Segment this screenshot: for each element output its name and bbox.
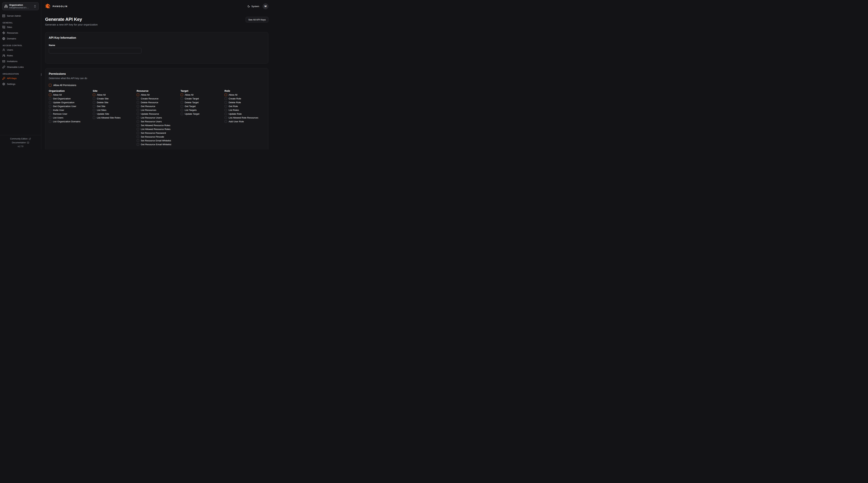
permission-row-organization-allow-all[interactable]: Allow All xyxy=(49,94,93,96)
checkbox-icon[interactable] xyxy=(49,109,51,111)
permission-row-target-allow-all[interactable]: Allow All xyxy=(181,94,224,96)
checkbox-icon[interactable] xyxy=(136,128,139,130)
permission-row-role-list-roles[interactable]: List Roles xyxy=(224,109,268,111)
checkbox-icon[interactable] xyxy=(224,97,227,100)
permission-row-resource-set-resource-users[interactable]: Set Resource Users xyxy=(136,120,181,123)
checkbox-icon[interactable] xyxy=(136,132,139,134)
permission-row-resource-update-resource[interactable]: Update Resource xyxy=(136,112,181,115)
permission-row-organization-get-organization-user[interactable]: Get Organization User xyxy=(49,105,93,107)
organization-selector[interactable]: Organization milo@fossorial.io's ... xyxy=(2,2,39,10)
permission-row-resource-delete-resource[interactable]: Delete Resource xyxy=(136,101,181,104)
sidebar-item-settings[interactable]: Settings xyxy=(2,82,39,86)
sidebar-item-domains[interactable]: Domains xyxy=(2,36,39,41)
checkbox-icon[interactable] xyxy=(136,139,139,142)
permission-row-role-create-role[interactable]: Create Role xyxy=(224,97,268,100)
checkbox-icon[interactable] xyxy=(93,109,95,111)
sidebar-item-roles[interactable]: Roles xyxy=(2,53,39,58)
sidebar-item-server-admin[interactable]: Server Admin xyxy=(2,13,39,18)
permission-row-target-create-target[interactable]: Create Target xyxy=(181,97,224,100)
allow-all-permissions-checkbox[interactable] xyxy=(49,84,52,87)
checkbox-icon[interactable] xyxy=(224,112,227,115)
theme-toggle[interactable]: System xyxy=(247,5,259,8)
checkbox-icon[interactable] xyxy=(93,101,95,104)
permission-row-site-create-site[interactable]: Create Site xyxy=(93,97,136,100)
avatar[interactable]: M xyxy=(262,3,268,9)
checkbox-icon[interactable] xyxy=(181,112,183,115)
permission-row-site-delete-site[interactable]: Delete Site xyxy=(93,101,136,104)
checkbox-icon[interactable] xyxy=(224,105,227,107)
permission-row-role-delete-role[interactable]: Delete Role xyxy=(224,101,268,104)
checkbox-icon[interactable] xyxy=(224,117,227,119)
checkbox-icon[interactable] xyxy=(224,109,227,111)
permission-row-resource-get-resource[interactable]: Get Resource xyxy=(136,105,181,107)
checkbox-icon[interactable] xyxy=(49,105,51,107)
checkbox-icon[interactable] xyxy=(224,94,227,96)
sidebar-item-resources[interactable]: Resources xyxy=(2,31,39,35)
checkbox-icon[interactable] xyxy=(181,101,183,104)
permission-row-resource-set-resource-email-whitelist[interactable]: Set Resource Email Whitelist xyxy=(136,139,181,142)
allow-all-permissions-row[interactable]: Allow All Permissions xyxy=(49,84,265,87)
sidebar-item-invitations[interactable]: Invitations xyxy=(2,59,39,64)
permission-row-target-list-targets[interactable]: List Targets xyxy=(181,109,224,111)
checkbox-icon[interactable] xyxy=(49,97,51,100)
checkbox-icon[interactable] xyxy=(181,109,183,111)
permission-row-role-get-role[interactable]: Get Role xyxy=(224,105,268,107)
permission-row-resource-allow-all[interactable]: Allow All xyxy=(136,94,181,96)
checkbox-icon[interactable] xyxy=(49,101,51,104)
checkbox-icon[interactable] xyxy=(181,105,183,107)
checkbox-icon[interactable] xyxy=(224,120,227,123)
checkbox-icon[interactable] xyxy=(93,97,95,100)
brand[interactable]: PANGOLIN xyxy=(45,3,67,9)
permission-row-resource-create-resource[interactable]: Create Resource xyxy=(136,97,181,100)
permission-row-organization-list-organization-domains[interactable]: List Organization Domains xyxy=(49,120,93,123)
permission-row-site-list-sites[interactable]: List Sites xyxy=(93,109,136,111)
name-input[interactable] xyxy=(49,48,142,54)
see-all-api-keys-button[interactable]: See All API Keys xyxy=(246,17,268,22)
checkbox-icon[interactable] xyxy=(136,143,139,146)
checkbox-icon[interactable] xyxy=(136,109,139,111)
permission-row-organization-remove-user[interactable]: Remove User xyxy=(49,112,93,115)
checkbox-icon[interactable] xyxy=(136,112,139,115)
permission-row-role-list-allowed-role-resources[interactable]: List Allowed Role Resources xyxy=(224,117,268,119)
sidebar-item-api-keys[interactable]: API Keys xyxy=(2,76,39,80)
checkbox-icon[interactable] xyxy=(181,94,183,96)
checkbox-icon[interactable] xyxy=(136,105,139,107)
permission-row-site-update-site[interactable]: Update Site xyxy=(93,112,136,115)
permission-row-resource-get-resource-email-whitelist[interactable]: Get Resource Email Whitelist xyxy=(136,143,181,146)
permission-row-role-allow-all[interactable]: Allow All xyxy=(224,94,268,96)
checkbox-icon[interactable] xyxy=(93,112,95,115)
permission-row-target-get-target[interactable]: Get Target xyxy=(181,105,224,107)
checkbox-icon[interactable] xyxy=(136,97,139,100)
checkbox-icon[interactable] xyxy=(93,105,95,107)
permission-row-resource-set-resource-pincode[interactable]: Set Resource Pincode xyxy=(136,135,181,138)
permission-row-organization-get-organization[interactable]: Get Organization xyxy=(49,97,93,100)
permission-row-resource-list-resource-users[interactable]: List Resource Users xyxy=(136,117,181,119)
permission-row-resource-list-allowed-resource-roles[interactable]: List Allowed Resource Roles xyxy=(136,128,181,130)
permission-row-site-list-allowed-site-roles[interactable]: List Allowed Site Roles xyxy=(93,117,136,119)
checkbox-icon[interactable] xyxy=(136,124,139,127)
permission-row-role-add-user-role[interactable]: Add User Role xyxy=(224,120,268,123)
checkbox-icon[interactable] xyxy=(181,97,183,100)
permission-row-resource-set-resource-password[interactable]: Set Resource Password xyxy=(136,132,181,134)
permission-row-resource-set-allowed-resource-roles[interactable]: Set Allowed Resource Roles xyxy=(136,124,181,127)
community-edition-link[interactable]: Community Edition xyxy=(10,137,31,140)
documentation-link[interactable]: Documentation xyxy=(12,141,29,144)
sidebar-item-users[interactable]: Users xyxy=(2,47,39,52)
checkbox-icon[interactable] xyxy=(49,112,51,115)
permission-row-role-update-role[interactable]: Update Role xyxy=(224,112,268,115)
sidebar-item-shareable-links[interactable]: Shareable Links xyxy=(2,65,39,69)
checkbox-icon[interactable] xyxy=(49,120,51,123)
permission-row-site-get-site[interactable]: Get Site xyxy=(93,105,136,107)
checkbox-icon[interactable] xyxy=(136,101,139,104)
checkbox-icon[interactable] xyxy=(49,94,51,96)
permission-row-target-delete-target[interactable]: Delete Target xyxy=(181,101,224,104)
permission-row-site-allow-all[interactable]: Allow All xyxy=(93,94,136,96)
checkbox-icon[interactable] xyxy=(224,101,227,104)
permission-row-resource-list-resources[interactable]: List Resources xyxy=(136,109,181,111)
checkbox-icon[interactable] xyxy=(136,135,139,138)
checkbox-icon[interactable] xyxy=(49,117,51,119)
checkbox-icon[interactable] xyxy=(136,94,139,96)
permission-row-organization-list-users[interactable]: List Users xyxy=(49,117,93,119)
checkbox-icon[interactable] xyxy=(136,120,139,123)
checkbox-icon[interactable] xyxy=(136,117,139,119)
